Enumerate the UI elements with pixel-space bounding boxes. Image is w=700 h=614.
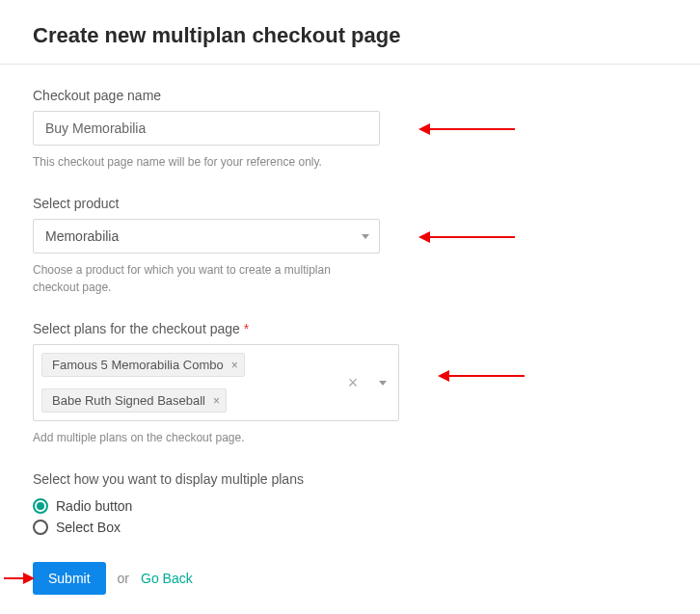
pointer-arrow-icon [4, 577, 25, 579]
plans-help: Add multiple plans on the checkout page. [33, 429, 380, 446]
go-back-link[interactable]: Go Back [141, 571, 193, 586]
radio-icon [33, 498, 48, 514]
display-option-radio-button[interactable]: Radio button [33, 498, 667, 514]
page-title: Create new multiplan checkout page [33, 23, 667, 48]
plan-chip: Famous 5 Memorabilia Combo × [41, 353, 245, 377]
product-label: Select product [33, 196, 667, 211]
remove-chip-icon[interactable]: × [231, 359, 238, 372]
plan-chip-label: Babe Ruth Signed Baseball [52, 393, 205, 408]
display-label: Select how you want to display multiple … [33, 471, 667, 487]
pointer-arrow-icon [447, 375, 525, 377]
product-select[interactable]: Memorabilia [33, 219, 380, 254]
product-select-value: Memorabilia [45, 228, 362, 244]
chevron-down-icon [362, 234, 369, 239]
or-text: or [118, 571, 129, 586]
plans-multiselect[interactable]: Famous 5 Memorabilia Combo × Babe Ruth S… [33, 344, 399, 421]
radio-icon [33, 520, 48, 535]
chevron-down-icon [379, 381, 387, 386]
plan-chip: Babe Ruth Signed Baseball × [41, 388, 227, 413]
display-option-label: Select Box [56, 520, 121, 535]
page-name-label: Checkout page name [33, 88, 667, 103]
clear-all-icon[interactable]: × [339, 373, 366, 393]
divider [0, 64, 700, 65]
submit-button[interactable]: Submit [33, 562, 106, 595]
page-name-help: This checkout page name will be for your… [33, 153, 380, 171]
display-option-label: Radio button [56, 498, 132, 514]
pointer-arrow-icon [428, 128, 515, 130]
page-name-input[interactable] [33, 111, 380, 146]
display-option-select-box[interactable]: Select Box [33, 520, 667, 535]
plan-chip-label: Famous 5 Memorabilia Combo [52, 358, 224, 372]
product-help: Choose a product for which you want to c… [33, 261, 380, 296]
remove-chip-icon[interactable]: × [213, 394, 220, 408]
required-marker: * [244, 321, 249, 336]
plans-label-text: Select plans for the checkout page [33, 321, 240, 336]
plans-dropdown-toggle[interactable] [367, 381, 398, 386]
plans-label: Select plans for the checkout page * [33, 321, 667, 336]
pointer-arrow-icon [428, 236, 515, 238]
